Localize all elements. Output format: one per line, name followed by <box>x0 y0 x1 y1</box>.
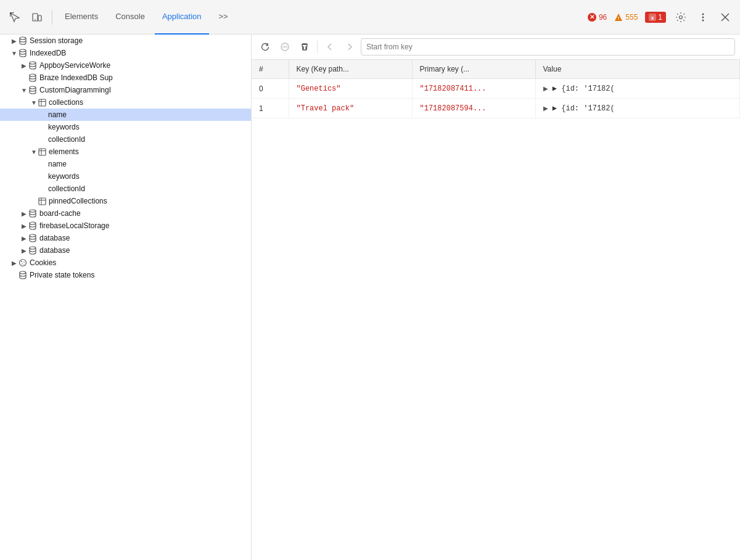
svg-point-10 <box>702 13 704 15</box>
device-toolbar-icon[interactable] <box>27 7 47 27</box>
svg-point-38 <box>20 271 26 274</box>
svg-text:!: ! <box>618 15 620 21</box>
main-layout: ▶ Session storage ▼ IndexedDB <box>0 35 740 560</box>
info-icon: x <box>649 14 656 21</box>
select-element-icon[interactable] <box>5 7 25 27</box>
settings-icon[interactable] <box>671 7 691 27</box>
sidebar-item-elements-name[interactable]: ▶ name <box>0 158 251 170</box>
tree-arrow: ▶ <box>10 260 18 266</box>
tree-arrow: ▶ <box>20 247 28 254</box>
svg-point-31 <box>30 234 36 237</box>
data-table: # Key (Key path... Primary key (... Valu… <box>252 60 740 118</box>
table-icon <box>38 148 46 156</box>
sidebar-item-elements-keywords[interactable]: ▶ keywords <box>0 170 251 183</box>
sidebar-item-keywords[interactable]: ▶ keywords <box>0 121 251 133</box>
toolbar-divider <box>52 10 52 25</box>
svg-point-29 <box>30 210 36 212</box>
tree-arrow: ▶ <box>10 38 18 44</box>
close-devtools-button[interactable] <box>715 7 735 27</box>
cell-num-1: 1 <box>252 99 289 118</box>
tab-console[interactable]: Console <box>108 0 152 35</box>
toolbar-divider <box>317 41 318 53</box>
sidebar-item-private-state-tokens[interactable]: ▶ Private state tokens <box>0 269 251 281</box>
sidebar-item-collections[interactable]: ▼ collections <box>0 96 251 109</box>
db-icon <box>28 86 37 94</box>
col-header-primary: Primary key (... <box>412 60 535 79</box>
tab-more[interactable]: >> <box>212 0 236 35</box>
db-icon <box>28 234 37 242</box>
sidebar-item-board-cache[interactable]: ▶ board-cache <box>0 207 251 220</box>
db-icon <box>28 209 37 218</box>
tree-arrow: ▶ <box>20 223 28 229</box>
left-panel: ▶ Session storage ▼ IndexedDB <box>0 35 252 560</box>
db-icon <box>28 246 37 255</box>
svg-rect-20 <box>39 99 46 106</box>
clear-button[interactable] <box>276 38 294 56</box>
refresh-button[interactable] <box>257 38 274 56</box>
error-icon: ✕ <box>588 13 596 22</box>
sidebar-item-indexed-db[interactable]: ▼ IndexedDB <box>0 47 251 59</box>
cell-primary-0: "17182087411... <box>412 79 535 99</box>
db-icon <box>28 221 37 230</box>
svg-text:x: x <box>651 14 654 20</box>
tab-application[interactable]: Application <box>155 0 209 35</box>
warning-badge: ! 555 <box>614 13 638 22</box>
tab-elements[interactable]: Elements <box>57 0 105 35</box>
svg-point-12 <box>702 19 704 21</box>
sidebar-item-database-2[interactable]: ▶ database <box>0 244 251 257</box>
delete-button[interactable] <box>296 38 313 56</box>
sidebar-item-database-1[interactable]: ▶ database <box>0 232 251 244</box>
db-icon <box>18 49 27 57</box>
sidebar-item-session-storage[interactable]: ▶ Session storage <box>0 35 251 47</box>
table-icon <box>38 197 46 205</box>
start-from-key-input[interactable] <box>361 38 735 56</box>
warning-icon: ! <box>614 13 623 22</box>
col-header-value: Value <box>535 60 740 79</box>
cell-key-0: "Genetics" <box>289 79 412 99</box>
sidebar-item-elements[interactable]: ▼ elements <box>0 146 251 158</box>
expand-arrow[interactable]: ▶ <box>543 85 548 92</box>
info-badge: x 1 <box>645 12 666 23</box>
table-row[interactable]: 0 "Genetics" "17182087411... ▶ ▶ {id: '1… <box>252 79 740 99</box>
sidebar-item-braze[interactable]: ▶ Braze IndexedDB Sup <box>0 72 251 84</box>
svg-rect-26 <box>39 198 46 205</box>
svg-point-37 <box>23 264 24 265</box>
cell-primary-1: "17182087594... <box>412 99 535 118</box>
svg-point-15 <box>20 37 26 39</box>
tree-arrow: ▼ <box>10 50 18 57</box>
sidebar-item-pinned-collections[interactable]: ▶ pinnedCollections <box>0 195 251 207</box>
sidebar-item-collection-id[interactable]: ▶ collectionId <box>0 133 251 146</box>
svg-point-19 <box>30 86 36 89</box>
sidebar-item-cookies[interactable]: ▶ Cookies <box>0 257 251 269</box>
svg-point-34 <box>21 261 22 262</box>
table-icon <box>38 99 46 107</box>
sidebar-item-firebase[interactable]: ▶ firebaseLocalStorage <box>0 220 251 232</box>
svg-point-17 <box>30 62 36 64</box>
svg-point-32 <box>30 247 36 249</box>
sidebar-item-elements-collection-id[interactable]: ▶ collectionId <box>0 183 251 195</box>
right-panel: # Key (Key path... Primary key (... Valu… <box>252 35 740 560</box>
sidebar-item-custom-diagramming[interactable]: ▼ CustomDiagrammingI <box>0 84 251 96</box>
cookie-icon <box>18 258 27 267</box>
svg-point-11 <box>702 16 704 18</box>
svg-rect-4 <box>38 15 41 21</box>
col-header-num: # <box>252 60 289 79</box>
prev-button[interactable] <box>321 38 339 56</box>
svg-point-33 <box>20 260 27 266</box>
svg-point-35 <box>23 261 25 263</box>
svg-rect-23 <box>39 149 46 155</box>
more-options-icon[interactable] <box>693 7 713 27</box>
table-row[interactable]: 1 "Travel pack" "17182087594... ▶ ▶ {id:… <box>252 99 740 118</box>
svg-point-9 <box>680 15 683 19</box>
sidebar-item-name[interactable]: ▶ name <box>0 109 251 121</box>
expand-arrow[interactable]: ▶ <box>543 105 548 112</box>
table-wrapper: # Key (Key path... Primary key (... Valu… <box>252 60 740 560</box>
tree-arrow: ▶ <box>20 235 28 242</box>
next-button[interactable] <box>341 38 358 56</box>
secondary-toolbar <box>252 35 740 60</box>
cell-key-1: "Travel pack" <box>289 99 412 118</box>
svg-point-30 <box>30 222 36 224</box>
sidebar-item-appboy[interactable]: ▶ AppboyServiceWorke <box>0 59 251 72</box>
tree-arrow: ▼ <box>20 87 28 94</box>
error-badge: ✕ 96 <box>588 13 607 22</box>
